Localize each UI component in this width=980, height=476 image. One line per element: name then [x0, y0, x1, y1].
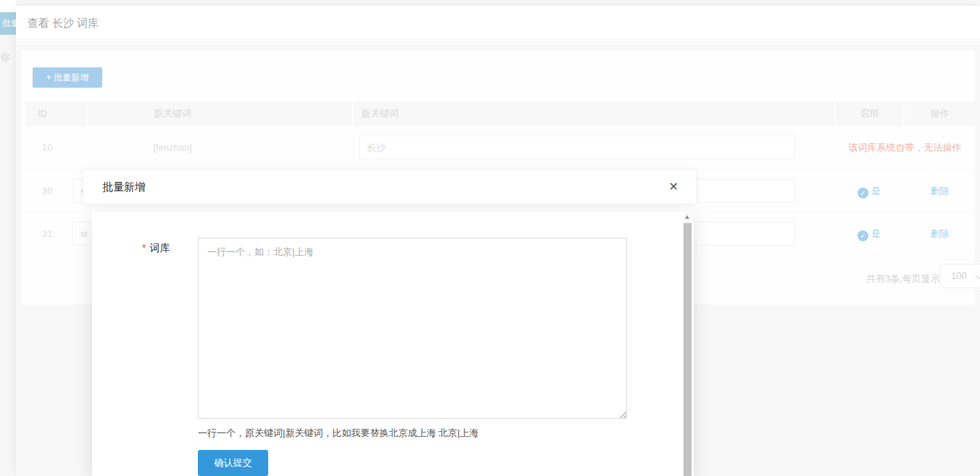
batch-add-button[interactable]: + 批量新增 [33, 67, 102, 88]
modal-scrollbar [683, 212, 692, 476]
column-header-action: 操作 [905, 101, 975, 126]
confirm-submit-button[interactable]: 确认提交 [198, 450, 268, 476]
form-help-text: 一行一个，原关键词|新关键词，比如我要替换北京成上海 北京|上海 [198, 427, 478, 440]
chevron-down-icon [976, 272, 980, 280]
page-size-value: 100 [951, 270, 967, 281]
pagination-summary: 共有3条,每页显示 [866, 272, 940, 285]
background-page: 批量 你 [0, 0, 16, 476]
close-icon[interactable]: ✕ [669, 170, 678, 204]
column-header-new-keyword: 新关键词 [354, 101, 834, 126]
column-header-old-keyword: 原关键词 [88, 101, 352, 126]
batch-add-modal-header: 批量新增 ✕ [83, 170, 696, 204]
scrollbar-thumb[interactable] [684, 223, 692, 476]
sidebar-text-fragment: 你 [1, 51, 11, 64]
page-size-select[interactable]: 100 [940, 264, 980, 288]
delete-link[interactable]: 删除 [931, 228, 950, 239]
table-header: ID 原关键词 新关键词 启用 操作 [22, 101, 975, 126]
drawer-header: 查看 长沙 词库 [16, 6, 980, 40]
background-strip [0, 0, 16, 12]
enabled-label: 是 [871, 228, 881, 239]
sidebar-item-active[interactable]: 批量 [0, 12, 16, 35]
old-keyword-value: [fenzhan] [88, 126, 352, 169]
page-title: 查看 长沙 词库 [28, 6, 99, 40]
table-row: 10 [fenzhan] 该词库系统自带，无法操作 [22, 126, 975, 169]
column-header-id: ID [25, 101, 87, 126]
required-asterisk: * [142, 242, 146, 254]
batch-add-modal-body: *词库 一行一个，原关键词|新关键词，比如我要替换北京成上海 北京|上海 确认提… [92, 212, 694, 476]
column-header-enabled: 启用 [835, 101, 903, 126]
modal-title: 批量新增 [102, 170, 146, 204]
check-circle-icon: ✓ [858, 188, 868, 199]
enabled-status: ✓是 [835, 170, 903, 212]
library-textarea[interactable] [198, 238, 627, 419]
scrollbar-up-arrow-icon[interactable] [683, 212, 692, 222]
system-builtin-note: 该词库系统自带，无法操作 [835, 126, 975, 169]
enabled-status: ✓是 [835, 212, 903, 255]
library-field-label: *词库 [142, 242, 170, 255]
row-id: 10 [25, 126, 87, 169]
delete-link[interactable]: 删除 [931, 185, 950, 196]
label-text: 词库 [149, 242, 170, 254]
new-keyword-input[interactable] [359, 135, 795, 159]
check-circle-icon: ✓ [858, 230, 868, 241]
enabled-label: 是 [871, 185, 881, 196]
